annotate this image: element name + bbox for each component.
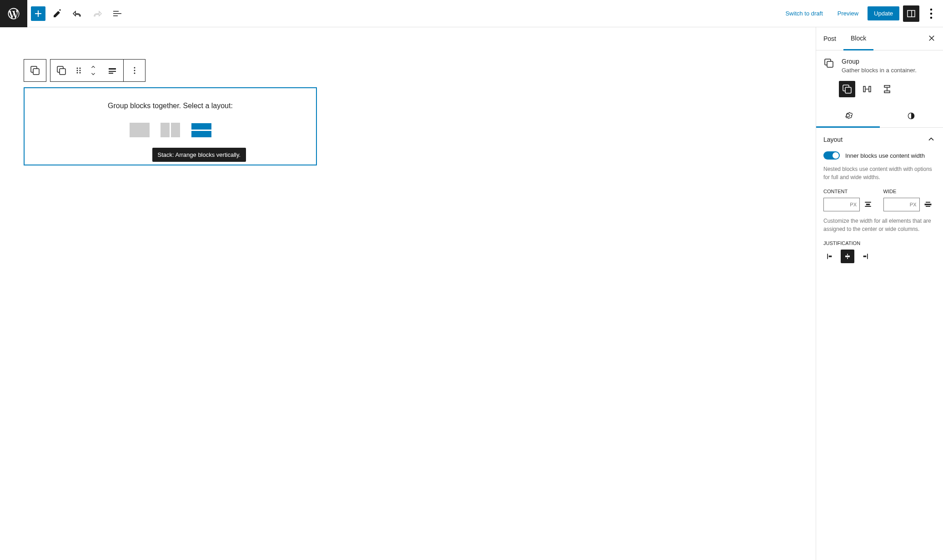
svg-rect-15 — [109, 68, 116, 70]
justification-label: JUSTIFICATION — [823, 240, 936, 246]
svg-rect-16 — [109, 71, 116, 72]
svg-rect-0 — [908, 10, 915, 17]
svg-rect-17 — [109, 73, 113, 74]
layout-panel-title: Layout — [823, 136, 843, 143]
svg-rect-6 — [33, 69, 39, 75]
svg-rect-24 — [845, 87, 851, 93]
svg-point-3 — [930, 12, 933, 15]
svg-rect-28 — [865, 206, 871, 207]
layout-tooltip: Stack: Arrange blocks vertically. — [152, 148, 246, 162]
variation-stack-button[interactable] — [879, 81, 895, 97]
svg-rect-33 — [829, 255, 832, 257]
chevron-up-icon — [927, 135, 936, 144]
variation-row-button[interactable] — [859, 81, 875, 97]
preview-button[interactable]: Preview — [832, 6, 864, 20]
variation-group-button[interactable] — [839, 81, 855, 97]
block-type-button[interactable] — [50, 60, 72, 81]
group-block-placeholder: Group blocks together. Select a layout: … — [24, 87, 317, 165]
move-down-button[interactable] — [90, 70, 96, 77]
options-menu-button[interactable] — [923, 5, 939, 22]
wide-align-icon — [923, 200, 933, 210]
svg-point-20 — [134, 73, 135, 74]
placeholder-instruction: Group blocks together. Select a layout: — [34, 102, 307, 110]
content-width-label: Inner blocks use content width — [845, 152, 925, 159]
justify-left-button[interactable] — [823, 250, 837, 263]
settings-panel-toggle[interactable] — [903, 5, 919, 22]
wordpress-icon — [7, 7, 20, 20]
move-up-button[interactable] — [90, 64, 96, 70]
justify-center-button[interactable] — [841, 250, 854, 263]
group-icon — [823, 58, 834, 69]
wide-width-input[interactable] — [883, 198, 920, 211]
redo-button[interactable] — [89, 5, 105, 22]
width-help: Customize the width for all elements tha… — [823, 217, 936, 233]
svg-point-12 — [80, 70, 81, 71]
content-width-toggle[interactable] — [823, 151, 840, 160]
svg-point-11 — [77, 70, 78, 71]
add-block-button[interactable] — [31, 6, 45, 21]
svg-rect-8 — [60, 69, 65, 75]
drag-handle[interactable] — [72, 60, 85, 81]
block-info: Group Gather blocks in a container. — [816, 50, 943, 81]
layout-row-option[interactable] — [161, 123, 181, 137]
update-button[interactable]: Update — [868, 6, 899, 20]
svg-point-4 — [930, 16, 933, 19]
align-button[interactable] — [101, 60, 123, 81]
editor-canvas[interactable]: Group blocks together. Select a layout: … — [0, 27, 816, 560]
layout-panel-header[interactable]: Layout — [823, 135, 936, 144]
svg-rect-29 — [926, 202, 930, 203]
tab-post[interactable]: Post — [816, 28, 843, 50]
undo-button[interactable] — [69, 5, 85, 22]
document-overview-button[interactable] — [109, 5, 125, 22]
gear-icon — [843, 111, 853, 120]
settings-sidebar: Post Block Group Gather blocks in a cont… — [816, 27, 943, 560]
editor-topbar: Switch to draft Preview Update — [0, 0, 943, 27]
panel-tab-styles[interactable] — [880, 105, 943, 127]
content-align-icon — [863, 200, 873, 210]
content-width-label: CONTENT — [823, 189, 876, 194]
block-title: Group — [842, 58, 917, 65]
wide-width-label: WIDE — [883, 189, 936, 194]
tab-block[interactable]: Block — [843, 27, 873, 50]
svg-rect-37 — [863, 255, 867, 257]
svg-rect-26 — [865, 202, 871, 203]
block-options-button[interactable] — [123, 60, 145, 81]
svg-rect-36 — [845, 255, 850, 257]
switch-to-draft-button[interactable]: Switch to draft — [780, 6, 828, 20]
styles-icon — [907, 111, 916, 120]
svg-point-9 — [77, 68, 78, 69]
parent-block-button[interactable] — [24, 60, 46, 81]
layout-stack-option[interactable] — [191, 123, 211, 137]
content-width-input[interactable] — [823, 198, 860, 211]
svg-point-13 — [77, 72, 78, 74]
svg-point-18 — [134, 67, 135, 69]
svg-point-2 — [930, 8, 933, 10]
svg-rect-22 — [827, 61, 833, 67]
svg-rect-27 — [866, 204, 870, 205]
layout-group-option[interactable] — [130, 123, 150, 137]
panel-tab-settings[interactable] — [816, 105, 880, 128]
svg-rect-31 — [926, 206, 930, 207]
block-toolbar — [24, 59, 145, 82]
close-panel-button[interactable] — [928, 34, 936, 44]
svg-rect-30 — [924, 204, 931, 205]
svg-point-19 — [134, 70, 135, 71]
wordpress-logo[interactable] — [0, 0, 27, 27]
content-width-help: Nested blocks use content width with opt… — [823, 165, 936, 181]
svg-point-10 — [80, 68, 81, 69]
tools-button[interactable] — [49, 5, 65, 22]
block-description: Gather blocks in a container. — [842, 67, 917, 74]
justify-right-button[interactable] — [858, 250, 872, 263]
svg-point-14 — [80, 72, 81, 74]
